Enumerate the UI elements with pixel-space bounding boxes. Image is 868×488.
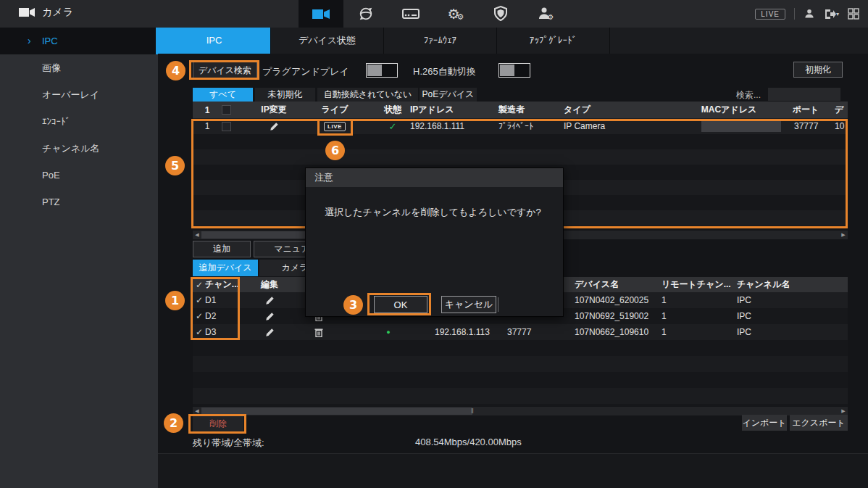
nvr-camera-screen: カメラ ⚙ ⚙ ⚙ LIVE	[0, 0, 868, 488]
row-channel-name: IPC	[737, 292, 780, 308]
edit-ip-icon[interactable]	[251, 118, 297, 134]
row-channel-name: IPC	[737, 324, 780, 340]
sidebar-item-ipc[interactable]: › IPC	[0, 28, 158, 54]
search-input[interactable]	[768, 88, 840, 101]
h265-label: H.265自動切換	[413, 65, 476, 78]
add-button[interactable]: 追加	[193, 241, 251, 257]
annotation-step-4: 4	[166, 61, 185, 80]
user-icon[interactable]	[804, 8, 815, 20]
tab-upgrade[interactable]: ｱｯﾌﾟｸﾞﾚｰﾄﾞ	[497, 28, 610, 54]
header-checkbox[interactable]	[219, 102, 233, 118]
plug-and-play-label: プラグアンドプレイ	[262, 65, 349, 78]
col-no: 1	[199, 102, 216, 118]
live-preview-button[interactable]: LIVE	[314, 118, 355, 134]
checkbox-icon	[222, 105, 231, 115]
sidebar-item-image[interactable]: 画像	[0, 54, 158, 81]
status-ok-icon: ✓	[377, 118, 409, 134]
cancel-button[interactable]: キャンセル	[441, 296, 496, 313]
row-maker: ﾌﾟﾗｲﾍﾞｰﾄ	[498, 118, 549, 134]
row-ip: 192.168.1.113	[435, 324, 500, 340]
page-title: カメラ	[42, 6, 73, 19]
sidebar-item-overlay[interactable]: オーバーレイ	[0, 81, 158, 108]
sidebar-item-channel-name[interactable]: チャンネル名	[0, 135, 158, 162]
filter-not-auto-connected[interactable]: 自動接続されていない	[317, 88, 418, 102]
device-search-button[interactable]: デバイス検索	[193, 62, 257, 79]
added-row-d3[interactable]: ✓ D3 ● 192.168.1.113 37777 107N0662_1096…	[193, 324, 848, 340]
scroll-left-icon[interactable]: ◀	[193, 407, 201, 415]
nav-network-icon[interactable]	[343, 0, 388, 28]
delete-icon[interactable]	[311, 324, 327, 340]
filter-poe-device[interactable]: PoEデバイス	[420, 88, 477, 102]
row-channel: D2	[205, 308, 249, 324]
ok-button[interactable]: OK	[374, 296, 427, 313]
nav-storage-icon[interactable]	[388, 0, 433, 28]
row-remote-channel: 1	[662, 308, 690, 324]
row-ip: 192.168.1.111	[410, 118, 475, 134]
dialog-title: 注意	[306, 168, 563, 187]
scrollbar-thumb[interactable]	[201, 408, 472, 415]
delete-button[interactable]: 削除	[193, 415, 243, 432]
footer-area	[158, 453, 868, 488]
tab-firmware[interactable]: ﾌｧｰﾑｳｪｱ	[384, 28, 497, 54]
check-all-icon[interactable]: ✓	[196, 277, 204, 292]
h265-toggle[interactable]	[498, 63, 530, 78]
tab-ipc[interactable]: IPC	[158, 28, 271, 54]
row-device-name: 107N0692_519002	[575, 308, 654, 324]
subtab-added-device[interactable]: 追加デバイス	[193, 260, 258, 276]
edit-icon[interactable]	[254, 324, 285, 340]
live-mode-badge[interactable]: LIVE	[755, 9, 785, 20]
row-port: 37777	[507, 324, 539, 340]
status-online-dot: ●	[381, 324, 396, 340]
scroll-left-icon[interactable]: ◀	[193, 231, 201, 239]
sidebar: › IPC 画像 オーバーレイ ｴﾝｺｰﾄﾞ チャンネル名 PoE PTZ	[0, 28, 158, 488]
row-check-icon[interactable]: ✓	[196, 308, 204, 324]
nav-camera-icon[interactable]	[299, 0, 343, 28]
row-port: 37777	[794, 118, 823, 134]
sidebar-item-ptz[interactable]: PTZ	[0, 189, 158, 215]
logout-icon[interactable]: ▾	[824, 9, 839, 20]
filter-uninitialized[interactable]: 未初期化	[255, 88, 315, 102]
divider	[498, 297, 498, 312]
row-device-name: 107N0402_620025	[575, 292, 654, 308]
camera-icon	[19, 7, 35, 17]
col-ip: IPアドレス	[410, 102, 475, 118]
export-button[interactable]: エクスポート	[790, 415, 848, 431]
tabstrip: IPC デバイス状態 ﾌｧｰﾑｳｪｱ ｱｯﾌﾟｸﾞﾚｰﾄﾞ	[158, 28, 868, 54]
col-remote-channel: リモートチャン...	[662, 277, 734, 292]
main-nav: ⚙ ⚙ ⚙	[299, 0, 568, 28]
annotation-step-1: 1	[165, 291, 185, 310]
col-status: 状態	[377, 102, 409, 118]
import-button[interactable]: インポート	[742, 415, 787, 431]
dialog-message: 選択したチャンネルを削除してもよろしいですか?	[325, 206, 541, 219]
nav-security-icon[interactable]	[478, 0, 523, 28]
added-table-empty-rows	[193, 340, 848, 406]
nav-system-icon[interactable]: ⚙ ⚙	[433, 0, 478, 28]
edit-icon[interactable]	[254, 308, 285, 324]
mac-address-redacted	[701, 118, 781, 134]
edit-icon[interactable]	[254, 292, 285, 308]
row-remote-channel: 1	[662, 324, 690, 340]
bandwidth-value: 408.54Mbps/420.00Mbps	[415, 437, 522, 447]
topbar-right: LIVE ▾	[755, 0, 859, 28]
filter-all[interactable]: すべて	[193, 88, 253, 102]
initialize-button[interactable]: 初期化	[793, 62, 843, 78]
toggle-knob	[367, 65, 382, 76]
channel-grid-icon[interactable]	[848, 8, 859, 20]
row-checkbox[interactable]	[219, 118, 233, 134]
scroll-right-icon[interactable]: ▶	[839, 231, 848, 239]
row-check-icon[interactable]: ✓	[196, 292, 204, 308]
checkbox-icon	[222, 122, 231, 131]
device-table-row[interactable]: 1 LIVE ✓ 192.168.1.111 ﾌﾟﾗｲﾍﾞｰﾄ IP Camer…	[193, 118, 848, 134]
row-type: IP Camera	[564, 118, 629, 134]
chevron-right-icon: ›	[28, 28, 31, 54]
plug-and-play-toggle[interactable]	[366, 63, 398, 78]
col-live: ライブ	[314, 102, 355, 118]
sidebar-item-poe[interactable]: PoE	[0, 162, 158, 189]
row-check-icon[interactable]: ✓	[196, 324, 204, 340]
col-port: ポート	[788, 102, 823, 118]
col-truncated: デ	[835, 102, 848, 118]
nav-account-icon[interactable]: ⚙	[523, 0, 568, 28]
tab-device-status[interactable]: デバイス状態	[271, 28, 384, 54]
row-remote-channel: 1	[662, 292, 690, 308]
sidebar-item-encode[interactable]: ｴﾝｺｰﾄﾞ	[0, 108, 158, 135]
